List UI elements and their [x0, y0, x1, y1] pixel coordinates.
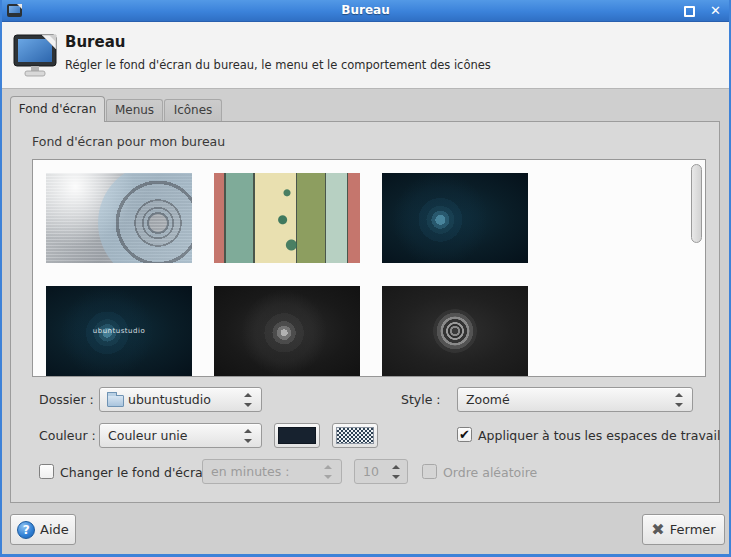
help-question-icon: ?	[17, 521, 35, 539]
checkered-pattern-swatch	[336, 427, 374, 444]
color-label: Couleur :	[39, 428, 96, 443]
close-dialog-button[interactable]: ✖ Fermer	[642, 514, 725, 545]
maximize-button[interactable]	[684, 6, 695, 17]
random-order-label: Ordre aléatoire	[443, 465, 537, 480]
folder-dropdown-value: ubuntustudio	[128, 392, 211, 407]
minutes-spinbox-value: 10	[363, 464, 379, 479]
page-subtitle: Régler le fond d'écran du bureau, le men…	[65, 58, 491, 72]
apply-all-workspaces-checkbox[interactable]: ✔	[457, 427, 472, 442]
dialog-header: Bureau Régler le fond d'écran du bureau,…	[0, 22, 731, 89]
spinbox-arrows-icon	[392, 464, 401, 480]
wallpaper-thumbnail-4[interactable]: ubuntustudio	[46, 286, 192, 376]
pattern-swatch-button[interactable]	[332, 423, 378, 448]
style-label: Style :	[401, 392, 441, 407]
interval-dropdown: en minutes :	[202, 459, 342, 484]
color-swatch-button[interactable]	[274, 423, 320, 448]
color-style-dropdown-value: Couleur unie	[108, 428, 188, 443]
dropdown-arrows-icon	[675, 392, 684, 408]
folder-icon	[107, 395, 124, 407]
change-wallpaper-label[interactable]: Changer le fond d'écran	[60, 465, 211, 480]
vertical-scrollbar-thumb[interactable]	[691, 164, 702, 243]
wallpaper-thumbnail-5[interactable]	[214, 286, 360, 376]
wallpaper-watermark-text: ubuntustudio	[46, 327, 192, 335]
page-title: Bureau	[65, 33, 125, 51]
wallpaper-thumbnail-6[interactable]	[382, 286, 528, 376]
desktop-monitor-icon	[11, 31, 59, 79]
tab-icones[interactable]: Icônes	[164, 99, 222, 121]
color-style-dropdown[interactable]: Couleur unie	[99, 423, 262, 448]
wallpaper-list[interactable]: ubuntustudio	[32, 159, 706, 377]
folder-label: Dossier :	[39, 392, 94, 407]
help-button-label: Aide	[40, 522, 69, 537]
tab-fond-decran[interactable]: Fond d'écran	[10, 96, 105, 122]
interval-dropdown-value: en minutes :	[211, 464, 289, 479]
wallpaper-section-label: Fond d'écran pour mon bureau	[32, 134, 225, 149]
style-dropdown-value: Zoomé	[466, 392, 510, 407]
random-order-checkbox	[422, 464, 437, 479]
close-x-icon: ✖	[651, 522, 664, 538]
solid-color-swatch	[278, 427, 316, 444]
dropdown-arrows-icon	[244, 392, 253, 408]
window-title: Bureau	[0, 3, 731, 17]
tab-menus[interactable]: Menus	[106, 99, 163, 121]
help-button[interactable]: ? Aide	[10, 514, 76, 545]
folder-dropdown[interactable]: ubuntustudio	[99, 387, 262, 412]
change-wallpaper-checkbox[interactable]	[39, 464, 54, 479]
titlebar[interactable]: Bureau ✕	[0, 0, 731, 22]
dropdown-arrows-icon	[244, 428, 253, 444]
desktop-settings-window: Bureau ✕ Bureau Régler le fond d'écran d…	[0, 0, 731, 557]
apply-all-workspaces-label[interactable]: Appliquer à tous les espaces de travail	[478, 428, 720, 443]
dropdown-arrows-icon	[324, 464, 333, 480]
wallpaper-thumbnail-3[interactable]	[382, 173, 528, 263]
minutes-spinbox: 10	[354, 459, 408, 484]
close-button-label: Fermer	[670, 522, 716, 537]
wallpaper-thumbnail-1[interactable]	[46, 173, 192, 263]
wallpaper-thumbnail-2[interactable]	[214, 173, 360, 263]
close-button[interactable]: ✕	[710, 2, 721, 20]
style-dropdown[interactable]: Zoomé	[457, 387, 693, 412]
